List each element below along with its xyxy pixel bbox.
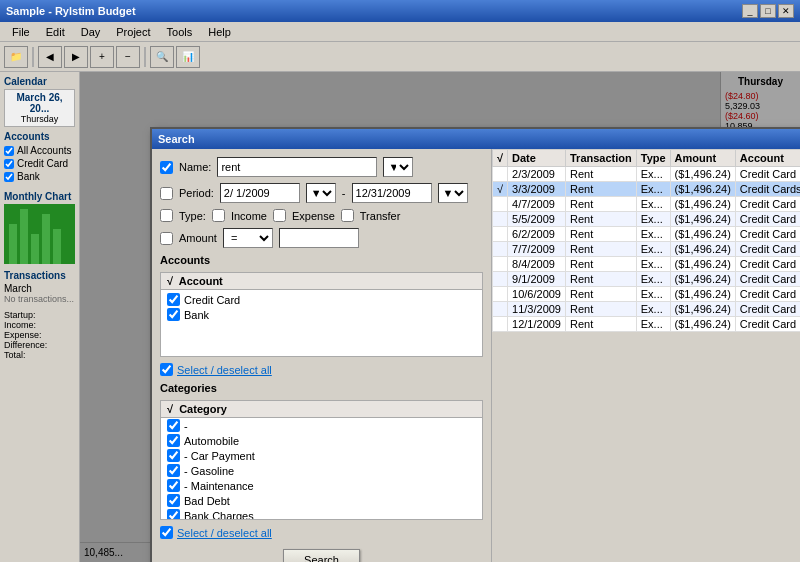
toolbar-btn-2[interactable]: ▶ [64,46,88,68]
search-btn-row: Search [160,549,483,562]
accounts-label: Accounts [4,131,75,142]
cat-4-checkbox[interactable] [167,479,180,492]
expense-label: Expense [292,210,335,222]
results-table-scroll[interactable]: √ Date Transaction Type Amount Account C… [492,149,800,562]
bank-label: Bank [17,171,40,182]
cat-1-checkbox[interactable] [167,434,180,447]
account-bank-checkbox[interactable] [167,308,180,321]
table-row[interactable]: 12/1/2009 Rent Ex... ($1,496.24) Credit … [493,317,801,332]
period-from-btn[interactable]: ▼ [306,183,336,203]
cat-2-checkbox[interactable] [167,449,180,462]
income-checkbox[interactable] [212,209,225,222]
search-button[interactable]: Search [283,549,360,562]
sidebar-credit-card[interactable]: Credit Card [4,157,75,170]
period-to-input[interactable] [352,183,432,203]
expense-checkbox[interactable] [273,209,286,222]
cat-2-label: - Car Payment [184,450,255,462]
toolbar-btn-6[interactable]: 📊 [176,46,200,68]
table-row[interactable]: 8/4/2009 Rent Ex... ($1,496.24) Credit C… [493,257,801,272]
calendar-label: Calendar [4,76,75,87]
type-checkbox[interactable] [160,209,173,222]
row-check [493,197,508,212]
table-row[interactable]: 9/1/2009 Rent Ex... ($1,496.24) Credit C… [493,272,801,287]
sidebar-bank[interactable]: Bank [4,170,75,183]
col-transaction[interactable]: Transaction [565,150,636,167]
col-date[interactable]: Date [508,150,566,167]
row-amount: ($1,496.24) [670,272,735,287]
toolbar-btn-5[interactable]: 🔍 [150,46,174,68]
col-account[interactable]: Account [735,150,800,167]
name-search-type[interactable]: ▼ [383,157,413,177]
menu-project[interactable]: Project [108,24,158,40]
table-row[interactable]: 5/5/2009 Rent Ex... ($1,496.24) Credit C… [493,212,801,227]
bank-checkbox[interactable] [4,172,14,182]
cat-5-checkbox[interactable] [167,494,180,507]
accounts-items: Credit Card Bank [161,290,482,324]
row-transaction: Rent [565,197,636,212]
toolbar-btn-4[interactable]: − [116,46,140,68]
table-row[interactable]: 11/3/2009 Rent Ex... ($1,496.24) Credit … [493,302,801,317]
period-label: Period: [179,187,214,199]
close-btn[interactable]: ✕ [778,4,794,18]
period-row: Period: ▼ - ▼ [160,183,483,203]
cat-4-label: - Maintenance [184,480,254,492]
period-checkbox[interactable] [160,187,173,200]
modal-overlay: Search ✕ Name: ▼ [80,72,800,562]
toolbar-btn-3[interactable]: + [90,46,114,68]
table-row[interactable]: 6/2/2009 Rent Ex... ($1,496.24) Credit C… [493,227,801,242]
stats-section: Startup: Income: Expense: Difference: To… [4,310,75,360]
col-amount[interactable]: Amount [670,150,735,167]
toolbar-btn-1[interactable]: ◀ [38,46,62,68]
row-check [493,287,508,302]
account-bank-label: Bank [184,309,209,321]
menu-day[interactable]: Day [73,24,109,40]
period-from-input[interactable] [220,183,300,203]
table-row[interactable]: 2/3/2009 Rent Ex... ($1,496.24) Credit C… [493,167,801,182]
categories-select-all[interactable]: Select / deselect all [160,526,483,539]
all-accounts-checkbox[interactable] [4,146,14,156]
dialog-title-bar: Search ✕ [152,129,800,149]
row-type: Ex... [636,227,670,242]
name-checkbox[interactable] [160,161,173,174]
maximize-btn[interactable]: □ [760,4,776,18]
table-row[interactable]: 4/7/2009 Rent Ex... ($1,496.24) Credit C… [493,197,801,212]
amount-op-select[interactable]: =<> [223,228,273,248]
row-amount: ($1,496.24) [670,182,735,197]
categories-select-all-label: Select / deselect all [177,527,272,539]
cat-6-checkbox[interactable] [167,509,180,520]
categories-header: √ Category [161,401,482,418]
row-amount: ($1,496.24) [670,302,735,317]
col-type[interactable]: Type [636,150,670,167]
table-row[interactable]: √ 3/3/2009 Rent Ex... ($1,496.24) Credit… [493,182,801,197]
row-account: Credit Card [735,167,800,182]
table-row[interactable]: 10/6/2009 Rent Ex... ($1,496.24) Credit … [493,287,801,302]
categories-select-all-checkbox[interactable] [160,526,173,539]
stat-startup: Startup: [4,310,75,320]
categories-col-check: √ [167,403,173,415]
transfer-checkbox[interactable] [341,209,354,222]
menu-tools[interactable]: Tools [159,24,201,40]
menu-file[interactable]: File [4,24,38,40]
minimize-btn[interactable]: _ [742,4,758,18]
cat-3-checkbox[interactable] [167,464,180,477]
accounts-select-all-checkbox[interactable] [160,363,173,376]
accounts-select-all[interactable]: Select / deselect all [160,363,483,376]
row-type: Ex... [636,242,670,257]
name-input[interactable] [217,157,377,177]
row-check [493,272,508,287]
amount-value-input[interactable] [279,228,359,248]
row-account: Credit Card [735,257,800,272]
toolbar-open[interactable]: 📁 [4,46,28,68]
menu-help[interactable]: Help [200,24,239,40]
table-row[interactable]: 7/7/2009 Rent Ex... ($1,496.24) Credit C… [493,242,801,257]
row-account: Credit Card [735,212,800,227]
row-account: Credit Card [735,272,800,287]
account-credit-checkbox[interactable] [167,293,180,306]
period-to-btn[interactable]: ▼ [438,183,468,203]
menu-edit[interactable]: Edit [38,24,73,40]
credit-card-checkbox[interactable] [4,159,14,169]
sidebar-all-accounts[interactable]: All Accounts [4,144,75,157]
account-credit-label: Credit Card [184,294,240,306]
cat-0-checkbox[interactable] [167,419,180,432]
amount-checkbox[interactable] [160,232,173,245]
